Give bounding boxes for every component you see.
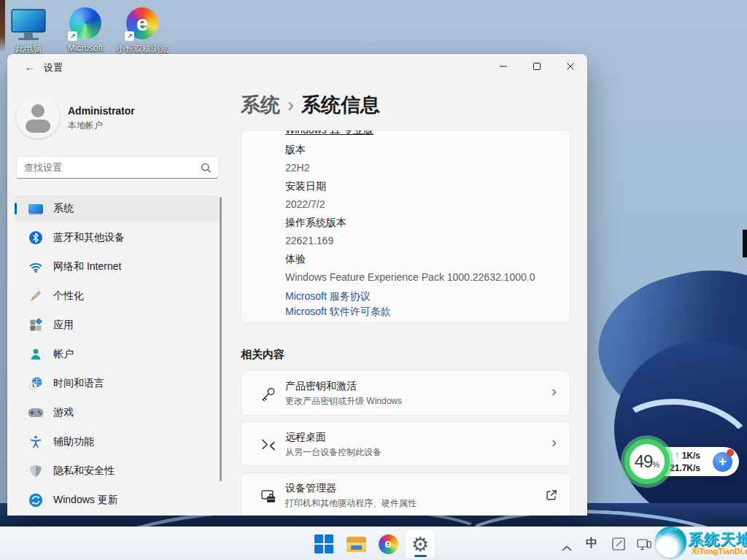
close-icon (566, 62, 575, 71)
sidebar-item-network[interactable]: 网络和 Internet (15, 254, 219, 280)
accessibility-icon (28, 434, 44, 450)
gear-icon: ⚙ (411, 534, 429, 554)
page-title: 系统信息 (301, 94, 380, 116)
watermark-domain: XiTongTianDi.net (692, 547, 747, 556)
breadcrumb: 系统›系统信息 (241, 92, 380, 118)
folder-icon (347, 537, 366, 552)
sidebar-item-apps[interactable]: 应用 (15, 312, 219, 338)
chevron-right-icon: › (551, 434, 557, 451)
account-type: 本地帐户 (68, 120, 103, 132)
search-input[interactable] (24, 157, 192, 178)
apps-icon (28, 317, 44, 333)
spec-label: 安装日期 (285, 180, 326, 193)
system-icon (28, 201, 44, 217)
back-button[interactable]: ← (20, 59, 39, 75)
search-icon (201, 163, 212, 176)
sidebar-item-system[interactable]: 系统 (15, 195, 219, 222)
sidebar-item-windows-update[interactable]: Windows 更新 (15, 487, 219, 513)
taskbar: e ⚙ 中 (0, 526, 747, 560)
spec-value: 2022/7/2 (285, 198, 325, 210)
maximize-button[interactable] (520, 54, 554, 79)
screen-edge-artifact (743, 230, 747, 257)
breadcrumb-separator-icon: › (280, 94, 301, 116)
personalization-icon (28, 288, 44, 304)
window-title: 设置 (44, 61, 63, 74)
minimize-icon (499, 62, 508, 71)
pen-tablet-icon[interactable] (611, 537, 626, 554)
services-agreement-link[interactable]: Microsoft 服务协议 (285, 290, 371, 303)
desktop-icon-this-pc[interactable]: 此电脑 (0, 6, 57, 55)
desktop-icon-label: Microsoft (57, 43, 114, 53)
bluetooth-icon (28, 230, 44, 246)
breadcrumb-parent[interactable]: 系统 (241, 94, 280, 116)
remote-desktop-icon (259, 436, 278, 455)
card-title: 产品密钥和激活 (285, 380, 357, 393)
selected-indicator (15, 203, 17, 214)
windows-logo-icon (314, 534, 333, 553)
browser-icon: e (379, 534, 398, 554)
spec-value: 22621.169 (285, 235, 333, 246)
sidebar-scrollbar[interactable] (220, 197, 222, 481)
windows-edition-clipped: Windows 11 专业版 (285, 130, 374, 137)
sidebar-item-personalization[interactable]: 个性化 (15, 283, 219, 309)
desktop: 此电脑 ↗ Microsoft e ↗ 小智双核浏览 ← 设置 (0, 0, 747, 560)
windows-specs-card: Windows 11 专业版 版本 22H2 安装日期 2022/7/2 操作系… (241, 130, 570, 323)
sidebar-item-time-language[interactable]: 时间和语言 (15, 370, 219, 397)
card-subtitle: 从另一台设备控制此设备 (285, 446, 382, 459)
device-manager-card[interactable]: 设备管理器 打印机和其他驱动程序、硬件属性 (241, 472, 570, 516)
maximize-icon (533, 62, 541, 71)
spec-value: 22H2 (285, 162, 309, 174)
gaming-icon (28, 405, 44, 421)
sidebar-item-privacy[interactable]: 隐私和安全性 (15, 458, 219, 484)
card-subtitle: 更改产品密钥或升级 Windows (285, 395, 402, 408)
start-button[interactable] (309, 529, 338, 559)
sidebar-item-bluetooth[interactable]: 蓝牙和其他设备 (15, 225, 219, 251)
active-app-indicator (414, 555, 427, 557)
windows-update-icon (28, 492, 44, 508)
spec-label: 体验 (285, 253, 306, 266)
accounts-icon (28, 346, 44, 362)
device-manager-icon (259, 487, 278, 506)
spec-label: 操作系统版本 (285, 217, 347, 230)
ime-indicator[interactable]: 中 (586, 536, 597, 551)
avatar (16, 95, 60, 139)
desktop-icon-microsoft-edge[interactable]: ↗ Microsoft (57, 6, 114, 53)
edge-icon: ↗ (68, 6, 103, 41)
external-link-icon (545, 489, 558, 505)
spec-value: Windows Feature Experience Pack 1000.226… (285, 271, 535, 283)
card-title: 远程桌面 (285, 431, 326, 444)
privacy-shield-icon (28, 463, 44, 479)
product-key-activation-card[interactable]: 产品密钥和激活 更改产品密钥或升级 Windows › (241, 370, 570, 416)
this-pc-icon (11, 6, 46, 41)
shortcut-arrow-icon: ↗ (68, 31, 77, 41)
notification-dot (727, 449, 734, 456)
account-name: Administrator (68, 105, 135, 117)
related-content-heading: 相关内容 (241, 348, 285, 362)
settings-taskbar-button[interactable]: ⚙ (406, 529, 435, 559)
license-terms-link[interactable]: Microsoft 软件许可条款 (285, 306, 391, 319)
card-title: 设备管理器 (285, 482, 336, 495)
sidebar-item-accounts[interactable]: 帐户 (15, 341, 219, 368)
file-explorer-button[interactable] (341, 529, 371, 559)
time-language-icon (28, 376, 44, 392)
display-devices-icon[interactable] (636, 537, 652, 555)
title-bar: ← 设置 (7, 54, 587, 80)
browser-button[interactable]: e (374, 529, 403, 559)
sidebar-item-gaming[interactable]: 游戏 (15, 400, 219, 426)
card-subtitle: 打印机和其他驱动程序、硬件属性 (285, 497, 417, 510)
chevron-right-icon: › (551, 383, 557, 400)
remote-desktop-card[interactable]: 远程桌面 从另一台设备控制此设备 › (241, 421, 570, 467)
minimize-button[interactable] (487, 54, 520, 79)
key-icon (259, 385, 278, 404)
network-icon (28, 259, 44, 275)
spec-label: 版本 (285, 144, 306, 157)
desktop-icon-xiaozhi-browser[interactable]: e ↗ 小智双核浏览 (114, 6, 171, 55)
tray-chevron-up-icon[interactable] (562, 541, 572, 554)
shortcut-arrow-icon: ↗ (125, 31, 134, 41)
xiaozhi-browser-icon: e ↗ (125, 6, 160, 41)
settings-window: ← 设置 Administrator 本地帐户 (7, 54, 587, 516)
settings-search[interactable] (16, 156, 219, 179)
close-button[interactable] (554, 54, 587, 79)
memory-usage-circle[interactable]: 49% (624, 439, 670, 484)
sidebar-item-accessibility[interactable]: 辅助功能 (15, 429, 219, 455)
